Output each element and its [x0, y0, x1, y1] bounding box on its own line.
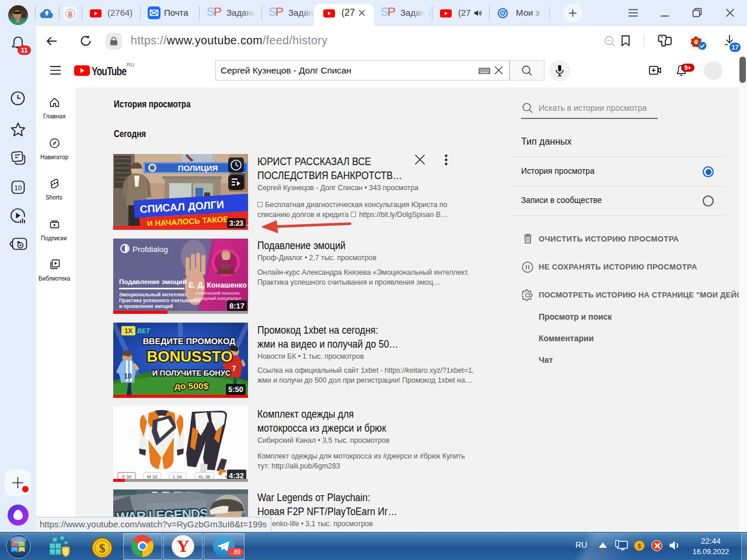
svg-text:5:50: 5:50 [228, 385, 243, 394]
svg-text:ВВЕДИТЕ ПРОМОКОД: ВВЕДИТЕ ПРОМОКОД [143, 337, 236, 346]
svg-text:3:23: 3:23 [229, 219, 243, 228]
svg-text:карьерный консультант: карьерный консультант [194, 296, 242, 301]
svg-text:10: 10 [15, 184, 22, 191]
svg-text:BET: BET [137, 327, 151, 334]
svg-text:И ПОЛУЧИТЕ БОНУС: И ПОЛУЧИТЕ БОНУС [152, 369, 231, 377]
svg-text:XL 36: XL 36 [198, 474, 211, 480]
svg-text:8:17: 8:17 [229, 302, 245, 310]
svg-text:$: $ [637, 542, 641, 550]
svg-text:L 34: L 34 [173, 474, 182, 480]
svg-text:клинический психолог,: клинический психолог, [195, 290, 240, 296]
svg-text:до 500$: до 500$ [174, 381, 208, 391]
svg-text:7: 7 [232, 365, 236, 373]
svg-text:1X: 1X [124, 327, 132, 334]
svg-text:Profdialog: Profdialog [132, 245, 168, 254]
svg-text:BONUSSTO: BONUSSTO [147, 348, 233, 365]
svg-text:$: $ [99, 541, 106, 555]
svg-text:Е. Д. Конашенко: Е. Д. Конашенко [189, 281, 247, 289]
svg-text:ПОЛИЦИЯ: ПОЛИЦИЯ [178, 164, 218, 173]
svg-text:S 30: S 30 [122, 474, 132, 480]
svg-text:Эмоциональный интеллект.: Эмоциональный интеллект. [119, 292, 188, 298]
svg-text:10: 10 [124, 372, 132, 380]
svg-text:4:32: 4:32 [229, 471, 244, 480]
svg-text:и проявления эмоций: и проявления эмоций [119, 303, 173, 309]
svg-text:Практика успешного считывания: Практика успешного считывания [119, 298, 201, 303]
svg-text:Подавление эмоций: Подавление эмоций [119, 278, 187, 285]
svg-text:M 32: M 32 [147, 474, 158, 480]
